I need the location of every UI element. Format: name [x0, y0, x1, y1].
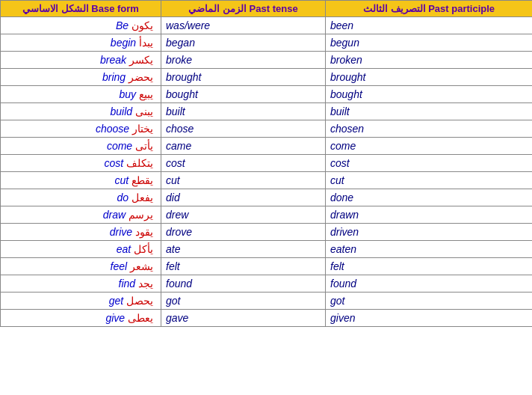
past-tense-cell: got	[161, 293, 326, 310]
past-participle-cell: been	[326, 17, 533, 34]
past-participle-cell: felt	[326, 258, 533, 275]
table-row: يقود drivedrovedriven	[1, 224, 533, 241]
past-tense-cell: cost	[161, 155, 326, 172]
past-participle-cell: eaten	[326, 241, 533, 258]
table-row: يقطع cutcutcut	[1, 172, 533, 189]
base-form-cell: يرسم draw	[1, 206, 161, 224]
past-participle-cell: bought	[326, 86, 533, 103]
past-participle-cell: got	[326, 293, 533, 310]
base-form-cell: يبدأ begin	[1, 34, 161, 52]
table-row: يكون Bewas/werebeen	[1, 17, 533, 34]
past-participle-cell: broken	[326, 52, 533, 69]
past-participle-cell: given	[326, 310, 533, 327]
base-form-cell: يقطع cut	[1, 172, 161, 189]
base-form-cell: يبيع buy	[1, 86, 161, 103]
table-row: يحضر bringbroughtbrought	[1, 69, 533, 86]
base-form-cell: يحضر bring	[1, 69, 161, 86]
past-tense-cell: began	[161, 34, 326, 52]
past-tense-cell: felt	[161, 258, 326, 275]
table-row: يحصل getgotgot	[1, 293, 533, 310]
past-participle-cell: drawn	[326, 206, 533, 224]
past-participle-cell: chosen	[326, 120, 533, 138]
past-participle-cell: cost	[326, 155, 533, 172]
past-tense-cell: found	[161, 275, 326, 293]
table-row: يكسر breakbrokebroken	[1, 52, 533, 69]
table-row: يجد findfoundfound	[1, 275, 533, 293]
base-form-cell: يكسر break	[1, 52, 161, 69]
base-form-cell: يكون Be	[1, 17, 161, 34]
irregular-verbs-table: Base form الشكل الاساسي Past tense الزمن…	[0, 0, 532, 327]
base-form-cell: يقود drive	[1, 224, 161, 241]
past-tense-cell: brought	[161, 69, 326, 86]
table-row: يفعل dodiddone	[1, 189, 533, 206]
past-participle-cell: come	[326, 138, 533, 155]
past-tense-cell: bought	[161, 86, 326, 103]
base-form-cell: يتكلف cost	[1, 155, 161, 172]
table-row: يعطى givegavegiven	[1, 310, 533, 327]
past-tense-cell: chose	[161, 120, 326, 138]
table-row: يختار choosechosechosen	[1, 120, 533, 138]
base-form-cell: يبنى build	[1, 103, 161, 120]
past-participle-cell: done	[326, 189, 533, 206]
past-tense-cell: broke	[161, 52, 326, 69]
table-row: يتكلف costcostcost	[1, 155, 533, 172]
base-form-cell: يفعل do	[1, 189, 161, 206]
table-row: يأتى comecamecome	[1, 138, 533, 155]
past-tense-cell: ate	[161, 241, 326, 258]
base-form-cell: يأتى come	[1, 138, 161, 155]
base-form-cell: يشعر feel	[1, 258, 161, 275]
header-past-tense: Past tense الزمن الماضي	[161, 1, 326, 17]
past-participle-cell: begun	[326, 34, 533, 52]
table-row: يبيع buyboughtbought	[1, 86, 533, 103]
base-form-cell: يأكل eat	[1, 241, 161, 258]
table-row: يرسم drawdrewdrawn	[1, 206, 533, 224]
base-form-cell: يحصل get	[1, 293, 161, 310]
table-row: يبدأ beginbeganbegun	[1, 34, 533, 52]
base-form-cell: يختار choose	[1, 120, 161, 138]
past-participle-cell: found	[326, 275, 533, 293]
past-tense-cell: built	[161, 103, 326, 120]
base-form-cell: يعطى give	[1, 310, 161, 327]
past-tense-cell: gave	[161, 310, 326, 327]
past-tense-cell: came	[161, 138, 326, 155]
past-tense-cell: did	[161, 189, 326, 206]
table-row: يبنى buildbuiltbuilt	[1, 103, 533, 120]
past-participle-cell: cut	[326, 172, 533, 189]
past-tense-cell: drew	[161, 206, 326, 224]
past-tense-cell: cut	[161, 172, 326, 189]
past-tense-cell: was/were	[161, 17, 326, 34]
table-row: يشعر feelfeltfelt	[1, 258, 533, 275]
header-past-participle: Past participle التصريف الثالث	[326, 1, 533, 17]
header-base-form: Base form الشكل الاساسي	[1, 1, 161, 17]
table-row: يأكل eatateeaten	[1, 241, 533, 258]
base-form-cell: يجد find	[1, 275, 161, 293]
past-participle-cell: brought	[326, 69, 533, 86]
past-participle-cell: built	[326, 103, 533, 120]
past-tense-cell: drove	[161, 224, 326, 241]
past-participle-cell: driven	[326, 224, 533, 241]
